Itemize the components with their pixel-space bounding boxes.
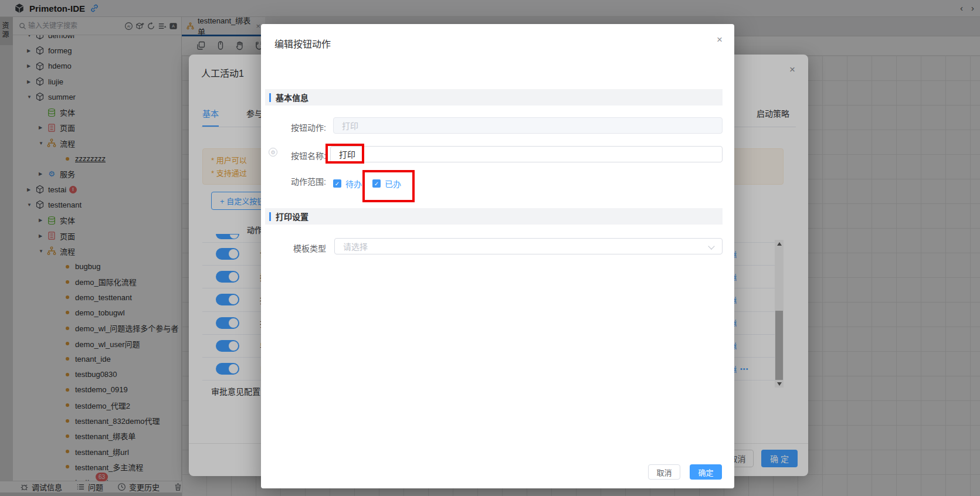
- section-title: 基本信息: [276, 91, 308, 103]
- template-type-select[interactable]: 请选择: [334, 238, 723, 254]
- modal-title: 编辑按钮动作: [274, 36, 331, 50]
- button-action-field: [333, 117, 723, 134]
- chevron-down-icon: [708, 243, 714, 249]
- action-scope-label: 动作范围:: [261, 175, 326, 187]
- edit-button-action-modal: 编辑按钮动作 × 基本信息 按钮动作: ⚙ 按钮名称: 动作范围: ✓ 待办 ✓…: [261, 24, 734, 488]
- modal-close-icon[interactable]: ×: [717, 34, 723, 46]
- section-title: 打印设置: [276, 210, 308, 222]
- scope-option-label: 待办: [345, 178, 362, 189]
- button-action-label: 按钮动作:: [261, 121, 326, 133]
- checkbox-checked-icon[interactable]: ✓: [333, 179, 341, 188]
- annotation-box-button-name: [325, 144, 364, 164]
- section-basic-info: 基本信息: [265, 89, 723, 106]
- modal-ok-button[interactable]: 确定: [690, 464, 722, 480]
- button-name-label: 按钮名称:: [261, 150, 326, 161]
- annotation-box-done-scope: [362, 170, 415, 202]
- template-type-label: 模板类型: [261, 242, 326, 254]
- screen: Primeton-IDE ‹ › 资源 AI A: [0, 0, 980, 496]
- modal-cancel-button[interactable]: 取消: [648, 464, 680, 480]
- select-placeholder: 请选择: [343, 240, 368, 252]
- scope-option[interactable]: ✓ 待办: [333, 178, 362, 189]
- section-print-settings: 打印设置: [265, 208, 723, 225]
- button-name-field[interactable]: [330, 146, 723, 162]
